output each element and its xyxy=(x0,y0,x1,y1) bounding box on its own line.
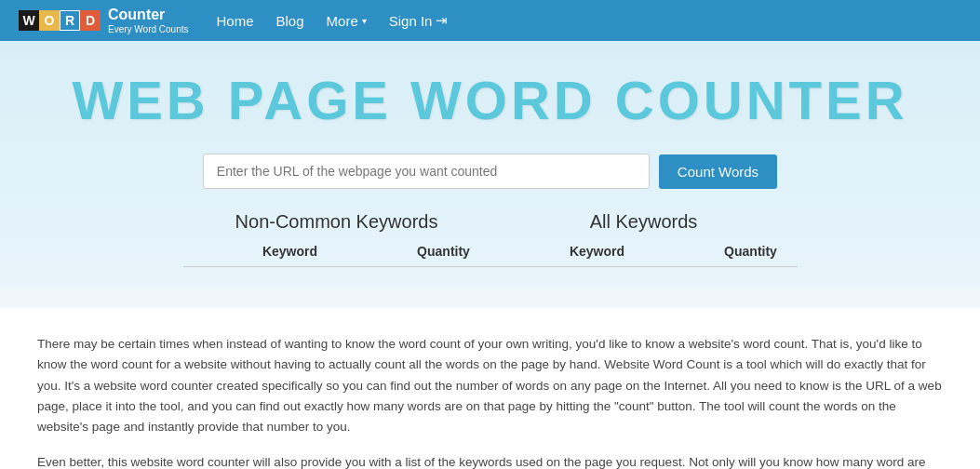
description-section: There may be certain times when instead … xyxy=(0,308,980,469)
hero-title: WEB PAGE WORD COUNTER xyxy=(19,69,961,131)
non-common-keyword-col: Keyword xyxy=(183,244,397,259)
hero-section: WEB PAGE WORD COUNTER Count Words Non-Co… xyxy=(0,41,980,289)
logo-letter-o: O xyxy=(39,10,60,31)
nav-signin-label: Sign In xyxy=(389,13,433,29)
nav-more[interactable]: More ▾ xyxy=(327,13,367,29)
url-input[interactable] xyxy=(203,154,650,189)
non-common-table-header: Keyword Quantity xyxy=(183,244,490,267)
description-para-2: Even better, this website word counter w… xyxy=(37,452,943,469)
nav-blog[interactable]: Blog xyxy=(276,13,304,29)
logo-letter-r: R xyxy=(60,10,80,31)
non-common-keywords-table: Non-Common Keywords Keyword Quantity xyxy=(183,211,490,271)
logo: W O R D Counter Every Word Counts xyxy=(19,6,189,34)
logo-tagline: Every Word Counts xyxy=(108,24,189,35)
nav-more-label: More xyxy=(327,13,358,29)
chevron-down-icon: ▾ xyxy=(362,16,367,26)
navbar: W O R D Counter Every Word Counts Home B… xyxy=(0,0,980,41)
nav-home[interactable]: Home xyxy=(217,13,254,29)
description-para-1: There may be certain times when instead … xyxy=(37,334,943,437)
logo-text: Counter Every Word Counts xyxy=(108,6,189,34)
nav-signin[interactable]: Sign In ⇥ xyxy=(389,12,449,29)
keyword-tables: Non-Common Keywords Keyword Quantity All… xyxy=(19,211,961,271)
all-keywords-heading: All Keywords xyxy=(490,211,798,233)
all-keyword-col: Keyword xyxy=(490,244,705,259)
all-keywords-table-header: Keyword Quantity xyxy=(490,244,798,267)
all-quantity-col: Quantity xyxy=(705,244,798,259)
all-keywords-table: All Keywords Keyword Quantity xyxy=(490,211,798,271)
logo-letter-w: W xyxy=(19,10,39,31)
logo-letter-d: D xyxy=(80,10,101,31)
non-common-quantity-col: Quantity xyxy=(397,244,490,259)
logo-brand: Counter xyxy=(108,6,189,23)
logo-letters: W O R D xyxy=(19,10,101,31)
non-common-keywords-heading: Non-Common Keywords xyxy=(183,211,490,233)
count-words-button[interactable]: Count Words xyxy=(659,154,777,189)
signin-icon: ⇥ xyxy=(436,12,448,29)
url-input-row: Count Words xyxy=(19,154,961,189)
